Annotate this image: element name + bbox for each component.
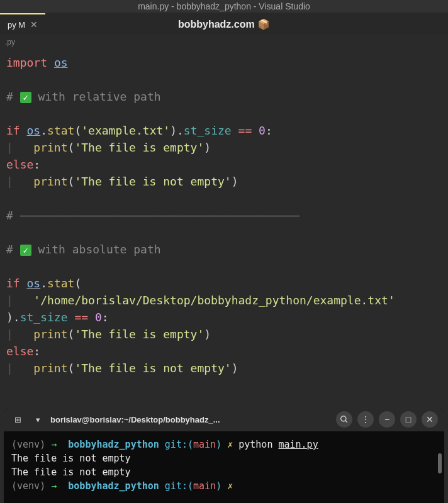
terminal-panel: ⊞ ▾ borislav@borislav:~/Desktop/bobbyhad…	[4, 407, 444, 503]
tab-center-title: bobbyhadz.com 📦	[178, 18, 270, 30]
tab-main-py[interactable]: py M ✕	[0, 13, 45, 35]
prompt-arrow: →	[51, 439, 57, 450]
prompt-venv: (venv)	[11, 439, 45, 450]
func-stat: stat	[47, 277, 74, 290]
number-zero: 0	[259, 124, 266, 137]
comment: #	[6, 243, 20, 256]
code-editor[interactable]: import os # ✓ with relative path if os.s…	[0, 49, 448, 382]
comment-sep: #	[6, 209, 20, 222]
prompt-dirty-icon: ✗	[227, 439, 233, 450]
command-text: python	[238, 439, 278, 450]
prompt-venv: (venv)	[11, 480, 45, 492]
string-literal: 'The file is empty'	[74, 328, 204, 341]
string-literal: 'The file is not empty'	[74, 362, 231, 375]
prompt-branch: main	[193, 439, 216, 450]
func-print: print	[33, 328, 67, 341]
minimize-icon[interactable]: −	[379, 411, 395, 428]
prompt-arrow: →	[51, 480, 57, 492]
prompt-git: git:(	[165, 439, 193, 450]
search-icon[interactable]	[336, 411, 352, 428]
operator-eq: ==	[74, 311, 88, 324]
func-print: print	[33, 141, 67, 154]
func-stat: stat	[47, 124, 74, 137]
tab-bar: py M ✕ bobbyhadz.com 📦	[0, 13, 448, 35]
module-os: os	[54, 56, 68, 69]
tab-label: py M	[8, 20, 25, 30]
breadcrumb: .py	[0, 35, 448, 49]
chevron-down-icon[interactable]: ▾	[30, 412, 45, 427]
output-line: The file is not empty	[11, 467, 131, 478]
svg-point-0	[341, 416, 346, 421]
window-title: main.py - bobbyhadz_python - Visual Stud…	[0, 0, 448, 13]
comment: #	[6, 90, 20, 103]
func-print: print	[33, 175, 67, 188]
string-literal: 'example.txt'	[81, 124, 170, 137]
var-os: os	[27, 277, 41, 290]
string-literal: 'The file is empty'	[74, 141, 204, 154]
command-file: main.py	[278, 439, 318, 450]
var-os: os	[27, 124, 41, 137]
prompt-dir: bobbyhadz_python	[68, 439, 159, 450]
keyword-else: else	[6, 345, 33, 358]
comment-text: with relative path	[31, 90, 161, 103]
svg-line-1	[345, 421, 347, 423]
string-literal: '/home/borislav/Desktop/bobbyhadz_python…	[33, 294, 395, 307]
new-tab-icon[interactable]: ⊞	[10, 412, 25, 427]
prompt-git-close: )	[216, 439, 221, 450]
keyword-import: import	[6, 56, 47, 69]
terminal-title: borislav@borislav:~/Desktop/bobbyhadz_..…	[50, 415, 331, 424]
keyword-else: else	[6, 158, 33, 171]
keyword-if: if	[6, 124, 20, 137]
prompt-dir: bobbyhadz_python	[68, 480, 159, 492]
comment-text: with absolute path	[31, 243, 161, 256]
string-literal: 'The file is not empty'	[74, 175, 231, 188]
keyword-if: if	[6, 277, 20, 290]
prop-st-size: st_size	[20, 311, 68, 324]
terminal-header: ⊞ ▾ borislav@borislav:~/Desktop/bobbyhad…	[4, 407, 444, 431]
check-icon: ✓	[20, 245, 31, 256]
menu-icon[interactable]: ⋮	[357, 411, 374, 428]
check-icon: ✓	[20, 92, 31, 103]
terminal-body[interactable]: (venv) → bobbyhadz_python git:(main) ✗ p…	[4, 431, 444, 503]
number-zero: 0	[95, 311, 102, 324]
operator-eq: ==	[238, 124, 252, 137]
prop-st-size: st_size	[184, 124, 232, 137]
prompt-git: git:(	[165, 480, 193, 492]
close-icon[interactable]: ✕	[30, 19, 38, 30]
separator-line: ————————————————————————————————————————…	[20, 209, 300, 222]
prompt-git-close: )	[216, 480, 221, 492]
func-print: print	[33, 362, 67, 375]
output-line: The file is not empty	[11, 453, 131, 464]
prompt-branch: main	[193, 480, 216, 492]
prompt-dirty-icon: ✗	[227, 480, 233, 492]
close-icon[interactable]: ✕	[422, 411, 438, 428]
scrollbar[interactable]	[438, 453, 442, 473]
maximize-icon[interactable]: □	[400, 411, 417, 428]
